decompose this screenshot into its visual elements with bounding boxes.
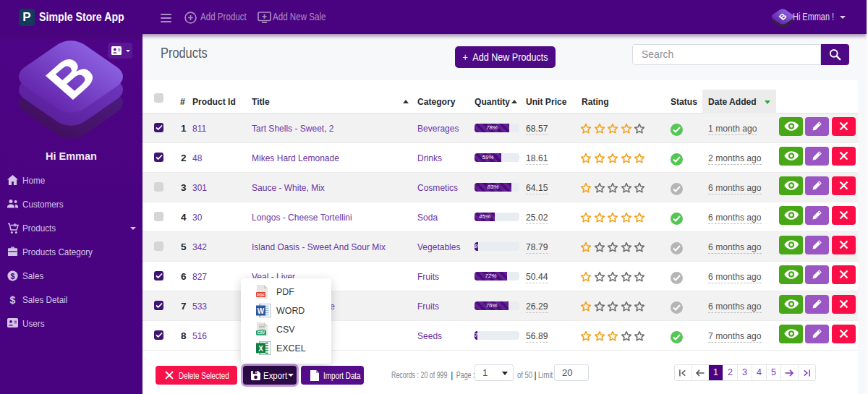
svg-text:PDF: PDF: [257, 293, 265, 297]
svg-text:X: X: [258, 345, 263, 353]
svg-text:$: $: [10, 294, 16, 305]
svg-text:$: $: [11, 272, 15, 280]
svg-text:CSV: CSV: [258, 330, 265, 335]
svg-text:W: W: [258, 307, 265, 315]
